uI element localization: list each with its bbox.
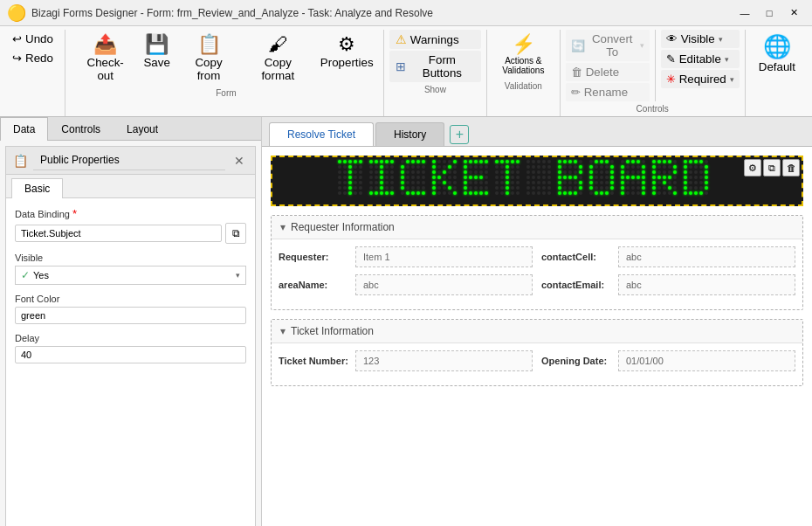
close-button[interactable]: ✕ — [782, 3, 805, 23]
data-binding-input-wrap: ⧉ — [15, 223, 246, 244]
editable-arrow: ▾ — [725, 55, 729, 64]
language-button[interactable]: 🌐 Default — [753, 30, 802, 77]
title-text: Bizagi Forms Designer - Form: frm_Review… — [31, 7, 433, 19]
undo-label: Undo — [25, 32, 53, 45]
window-controls: — □ ✕ — [733, 3, 805, 23]
data-binding-field: Data Binding * ⧉ — [15, 207, 246, 244]
contact-email-label: contactEmail: — [541, 280, 611, 290]
copy-binding-button[interactable]: ⧉ — [225, 223, 246, 244]
redo-label: Redo — [25, 52, 53, 65]
visible-label: Visible — [681, 32, 715, 45]
ticket-number-value[interactable]: 123 — [355, 350, 533, 371]
convert-to-button[interactable]: 🔄 Convert To ▾ — [566, 30, 650, 61]
visible-select[interactable]: ✓ Yes ▾ — [15, 266, 246, 285]
form-buttons-button[interactable]: ⊞ Form Buttons — [389, 51, 481, 82]
editable-label: Editable — [679, 52, 721, 66]
ribbon-group-form: 📤 Check-out 💾 Save 📋 Copy from 🖌 Copy fo… — [69, 30, 384, 116]
opening-date-label: Opening Date: — [541, 356, 611, 366]
undo-button[interactable]: ↩ Undo — [7, 30, 59, 48]
save-label: Save — [143, 56, 169, 69]
form-group-label: Form — [216, 88, 236, 100]
ribbon-groups: ↩ Undo ↪ Redo 📤 Check-out 💾 Save 📋 — [0, 30, 812, 116]
panel-tabs: Data Controls Layout — [0, 117, 261, 141]
right-area: Resolve Ticket History + ⚙ ⧉ 🗑 — [262, 117, 812, 526]
ribbon-group-language: 🌐 Default — [746, 30, 809, 116]
properties-button[interactable]: ⚙ Properties — [316, 30, 378, 73]
opening-date-cell: Opening Date: 01/01/00 — [541, 350, 795, 371]
font-color-label: Font Color — [15, 294, 246, 304]
ticket-toggle[interactable]: ▾ — [280, 325, 286, 337]
tab-layout[interactable]: Layout — [114, 117, 171, 141]
font-color-input[interactable] — [15, 307, 246, 324]
marquee-copy-button[interactable]: ⧉ — [763, 159, 781, 176]
copy-format-icon: 🖌 — [268, 33, 287, 56]
editable-button[interactable]: ✎ Editable ▾ — [661, 50, 740, 68]
props-close-button[interactable]: ✕ — [231, 152, 248, 170]
marquee-settings-button[interactable]: ⚙ — [744, 159, 761, 176]
requester-label: Requester: — [279, 252, 348, 262]
convert-to-label: Convert To — [588, 32, 637, 59]
contact-cell-value[interactable]: abc — [618, 246, 795, 267]
editable-icon: ✎ — [666, 52, 676, 66]
data-binding-label: Data Binding * — [15, 207, 246, 220]
redo-button[interactable]: ↪ Redo — [7, 49, 59, 67]
warnings-button[interactable]: ⚠ Warnings — [389, 30, 481, 49]
add-tab-button[interactable]: + — [450, 125, 469, 144]
contact-cell-label: contactCell: — [541, 252, 611, 262]
minimize-button[interactable]: — — [733, 3, 756, 23]
warnings-icon: ⚠ — [396, 32, 407, 46]
requester-section-title: Requester Information — [291, 221, 395, 233]
copy-from-button[interactable]: 📋 Copy from — [177, 30, 240, 86]
data-binding-input[interactable] — [15, 225, 222, 242]
delay-field: Delay — [15, 333, 246, 363]
tab-resolve-ticket[interactable]: Resolve Ticket — [269, 122, 374, 146]
show-items: ⚠ Warnings ⊞ Form Buttons — [389, 30, 481, 82]
rename-icon: ✏ — [571, 86, 581, 99]
properties-icon: ⚙ — [338, 33, 355, 56]
controls-items: 🔄 Convert To ▾ 🗑 Delete ✏ Rename — [566, 30, 650, 101]
required-icon: ✳ — [666, 73, 676, 86]
required-button[interactable]: ✳ Required ▾ — [661, 70, 740, 88]
opening-date-value[interactable]: 01/01/00 — [618, 350, 795, 371]
props-panel-icon: 📋 — [13, 154, 28, 168]
area-name-value[interactable]: abc — [355, 274, 533, 295]
tab-controls[interactable]: Controls — [48, 117, 114, 141]
tab-history[interactable]: History — [375, 122, 444, 146]
rename-label: Rename — [584, 86, 628, 99]
visible-field: Visible ✓ Yes ▾ — [15, 253, 246, 285]
app-logo: 🟡 — [7, 3, 26, 23]
marquee-toolbar: ⚙ ⧉ 🗑 — [744, 159, 800, 176]
ticket-section: ▾ Ticket Information Ticket Number: 123 … — [271, 319, 803, 386]
delay-input[interactable] — [15, 346, 246, 363]
requester-value[interactable]: Item 1 — [355, 246, 533, 267]
visible-button[interactable]: 👁 Visible ▾ — [661, 30, 740, 48]
rename-button[interactable]: ✏ Rename — [566, 83, 650, 101]
warnings-label: Warnings — [410, 33, 459, 46]
form-canvas: ⚙ ⧉ 🗑 ▾ Requester Information — [262, 147, 812, 526]
controls-group-items: 🔄 Convert To ▾ 🗑 Delete ✏ Rename — [566, 30, 740, 101]
delete-button[interactable]: 🗑 Delete — [566, 63, 650, 81]
visible-arrow: ▾ — [719, 35, 723, 44]
copy-format-button[interactable]: 🖌 Copy format — [242, 30, 314, 86]
marquee-delete-button[interactable]: 🗑 — [782, 159, 800, 176]
contact-email-value[interactable]: abc — [618, 274, 795, 295]
main-area: Data Controls Layout 📋 Public Properties… — [0, 117, 812, 526]
actions-button[interactable]: ⚡ Actions & Validations — [492, 30, 554, 79]
show-group-items: ⚠ Warnings ⊞ Form Buttons — [389, 30, 481, 82]
save-button[interactable]: 💾 Save — [138, 30, 175, 73]
show-group-label: Show — [424, 85, 446, 97]
copy-format-label: Copy format — [248, 56, 308, 82]
save-icon: 💾 — [145, 33, 169, 56]
ticket-number-label: Ticket Number: — [279, 356, 348, 366]
props-tab-basic[interactable]: Basic — [11, 178, 63, 198]
props-content: Data Binding * ⧉ Visible ✓ Yes — [6, 198, 255, 372]
maximize-button[interactable]: □ — [758, 3, 781, 23]
tab-data[interactable]: Data — [0, 117, 48, 141]
form-tabs: Resolve Ticket History + — [262, 117, 812, 147]
copy-from-icon: 📋 — [197, 33, 221, 56]
requester-toggle[interactable]: ▾ — [280, 221, 286, 233]
checkout-button[interactable]: 📤 Check-out — [74, 30, 136, 86]
controls-group-label: Controls — [637, 104, 669, 116]
validation-group-items: ⚡ Actions & Validations — [492, 30, 554, 79]
visible-label: Visible — [15, 253, 246, 263]
